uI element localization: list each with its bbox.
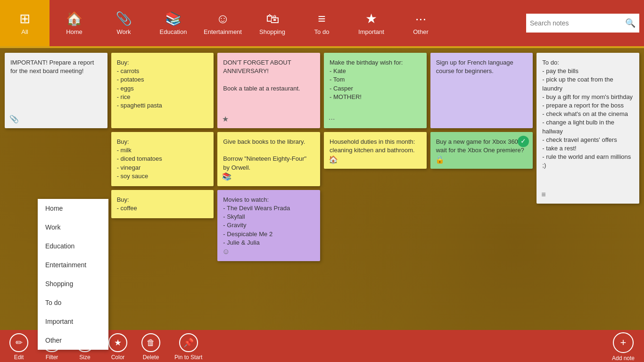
nav-home-label: Home [66, 28, 83, 35]
color-icon: ★ [108, 333, 127, 352]
note-shopping3[interactable]: Buy:- coffee [111, 190, 214, 218]
note-text: Buy a new game for Xbox 360 or wait for … [436, 138, 525, 154]
ctx-education[interactable]: Education [38, 237, 108, 255]
check-icon: ✓ [518, 136, 529, 147]
note-birthday[interactable]: Make the birthday wish for:- Kate- Tom- … [324, 53, 427, 128]
star-icon: ★ [365, 11, 377, 26]
lock-icon: 🔒 [435, 155, 445, 165]
ctx-home[interactable]: Home [38, 199, 108, 218]
board-col-1: Buy:- carrots- potatoes- eggs- rice- spa… [111, 53, 214, 325]
color-label: Color [111, 354, 125, 361]
grid-icon: ⊞ [19, 11, 30, 26]
add-note-button[interactable]: + Add note [612, 332, 635, 362]
note-text: IMPORTANT! Prepare a report for the next… [10, 59, 94, 74]
note-text: Sign up for French language course for b… [436, 59, 513, 74]
nav-shopping-label: Shopping [259, 28, 285, 35]
edit-button[interactable]: ✏ Edit [9, 333, 28, 361]
edit-icon: ✏ [9, 333, 28, 352]
nav-other[interactable]: ··· Other [396, 0, 446, 46]
nav-important[interactable]: ★ Important [347, 0, 396, 46]
board-col-5: To do:- pay the bills- pick up the coat … [537, 53, 639, 325]
board-col-3: Make the birthday wish for:- Kate- Tom- … [324, 53, 427, 325]
note-household[interactable]: Household duties in this month: cleaning… [324, 132, 427, 169]
note-text: Make the birthday wish for:- Kate- Tom- … [330, 59, 403, 100]
nav-education[interactable]: 📚 Education [149, 0, 198, 46]
nav-todo-label: To do [314, 28, 330, 35]
nav-shopping[interactable]: 🛍 Shopping [248, 0, 297, 46]
nav-all[interactable]: ⊞ All [0, 0, 50, 46]
ctx-other[interactable]: Other [38, 331, 108, 350]
pin-icon: 📌 [179, 333, 198, 352]
filter-label: Filter [46, 354, 58, 361]
header: ⊞ All 🏠 Home 📎 Work 📚 Education ☺ Entert… [0, 0, 644, 46]
context-menu: Home Work Education Entertainment Shoppi… [38, 199, 108, 350]
ctx-shopping[interactable]: Shopping [38, 274, 108, 293]
nav-other-label: Other [413, 28, 429, 35]
nav-work[interactable]: 📎 Work [99, 0, 149, 46]
books-icon: 📚 [165, 11, 182, 26]
note-library[interactable]: Give back books to the library.Borrow "N… [217, 132, 320, 186]
smiley-icon: ☺ [216, 11, 230, 26]
note-xbox[interactable]: ✓ Buy a new game for Xbox 360 or wait fo… [430, 132, 533, 169]
delete-label: Delete [143, 354, 159, 361]
note-shopping1[interactable]: Buy:- carrots- potatoes- eggs- rice- spa… [111, 53, 214, 128]
edit-label: Edit [14, 354, 24, 361]
smiley-icon: ☺ [222, 247, 230, 257]
ctx-entertainment[interactable]: Entertainment [38, 255, 108, 274]
add-label: Add note [612, 355, 635, 362]
note-text: Buy:- milk- diced tomatoes- vinegar- soy… [117, 138, 162, 180]
search-button[interactable]: 🔍 [625, 18, 636, 28]
search-input[interactable] [530, 19, 625, 27]
note-todo[interactable]: To do:- pay the bills- pick up the coat … [537, 53, 639, 204]
dots-icon: ··· [415, 11, 426, 26]
footer-right: + Add note [612, 332, 635, 362]
board-col-4: Sign up for French language course for b… [430, 53, 533, 325]
pin-label: Pin to Start [174, 354, 202, 361]
list-icon: ≡ [318, 11, 325, 26]
delete-icon: 🗑 [141, 333, 160, 352]
note-text: Give back books to the library.Borrow "N… [223, 138, 306, 171]
nav-home[interactable]: 🏠 Home [50, 0, 99, 46]
nav-important-label: Important [358, 28, 384, 35]
delete-button[interactable]: 🗑 Delete [141, 333, 160, 361]
nav-work-label: Work [116, 28, 131, 35]
nav-entertainment-label: Entertainment [204, 28, 242, 35]
ctx-important[interactable]: Important [38, 312, 108, 331]
books-icon: 📚 [222, 172, 231, 182]
ctx-todo[interactable]: To do [38, 293, 108, 312]
add-icon: + [613, 332, 634, 353]
color-button[interactable]: ★ Color [108, 333, 127, 361]
board-col-2: DON'T FORGET ABOUT ANNIVERSARY!Book a ta… [217, 53, 320, 325]
nav-education-label: Education [160, 28, 187, 35]
search-box: 🔍 [526, 14, 639, 33]
note-text: Movies to watch:- The Devil Wears Prada-… [223, 196, 290, 246]
paperclip-icon: 📎 [116, 11, 132, 26]
bag-icon: 🛍 [266, 11, 279, 26]
board: IMPORTANT! Prepare a report for the next… [0, 48, 644, 330]
nav-all-label: All [21, 28, 28, 35]
note-text: To do:- pay the bills- pick up the coat … [542, 59, 633, 169]
attachment-icon: 📎 [9, 114, 19, 124]
nav-entertainment[interactable]: ☺ Entertainment [198, 0, 248, 46]
ctx-work[interactable]: Work [38, 218, 108, 237]
nav-todo[interactable]: ≡ To do [297, 0, 347, 46]
note-movies[interactable]: Movies to watch:- The Devil Wears Prada-… [217, 190, 320, 261]
home-icon: 🏠 [66, 11, 83, 26]
pin-button[interactable]: 📌 Pin to Start [174, 333, 202, 361]
star-icon: ★ [222, 114, 229, 124]
note-shopping2[interactable]: Buy:- milk- diced tomatoes- vinegar- soy… [111, 132, 214, 186]
dots-icon: ··· [329, 114, 335, 124]
note-important[interactable]: IMPORTANT! Prepare a report for the next… [5, 53, 107, 128]
note-french[interactable]: Sign up for French language course for b… [430, 53, 533, 128]
note-text: Buy:- coffee [117, 196, 137, 212]
size-label: Size [79, 354, 90, 361]
note-text: DON'T FORGET ABOUT ANNIVERSARY!Book a ta… [223, 59, 300, 92]
list-icon: ≡ [541, 189, 545, 200]
search-area: 🔍 [446, 0, 644, 46]
note-text: Household duties in this month: cleaning… [330, 138, 415, 154]
note-anniversary[interactable]: DON'T FORGET ABOUT ANNIVERSARY!Book a ta… [217, 53, 320, 128]
home-icon: 🏠 [329, 155, 338, 165]
note-text: Buy:- carrots- potatoes- eggs- rice- spa… [117, 59, 162, 109]
